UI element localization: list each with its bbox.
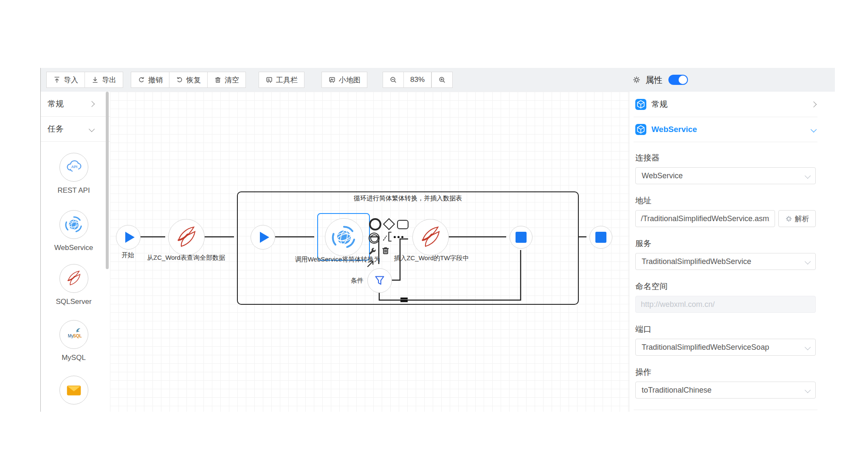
properties-toggle[interactable] bbox=[668, 75, 688, 85]
cube-icon bbox=[635, 99, 646, 110]
minimap-icon bbox=[328, 76, 336, 84]
query-node-label: 从ZC_Word表查询全部数据 bbox=[131, 254, 241, 262]
more-options-icon[interactable] bbox=[394, 236, 403, 238]
wrench-icon[interactable] bbox=[368, 247, 377, 256]
minimap-button[interactable]: 小地图 bbox=[321, 72, 367, 88]
zoom-level: 83% bbox=[403, 72, 431, 88]
palette-label: MySQL bbox=[41, 354, 107, 362]
start-node[interactable] bbox=[116, 225, 141, 250]
minimap-label: 小地图 bbox=[339, 75, 361, 85]
context-pad bbox=[366, 216, 410, 271]
address-input[interactable] bbox=[635, 210, 775, 227]
play-icon bbox=[125, 232, 135, 243]
palette-item-mysql[interactable]: MySQL bbox=[41, 320, 107, 362]
sidebar-section-general[interactable]: 常规 bbox=[41, 92, 110, 117]
flow-canvas[interactable]: 循环进行简体繁体转换，并插入数据表 bbox=[110, 92, 629, 412]
end-node[interactable] bbox=[589, 226, 612, 249]
zoom-group: 83% bbox=[383, 72, 453, 88]
address-row: 解析 bbox=[635, 210, 816, 227]
cube-icon bbox=[635, 124, 646, 135]
palette-item-sqlserver[interactable]: SQLServer bbox=[41, 264, 107, 306]
import-icon bbox=[53, 76, 61, 84]
connector-select[interactable]: WebService bbox=[635, 167, 816, 184]
palette-item-rest-api[interactable]: REST API bbox=[41, 153, 107, 195]
palette-label: WebService bbox=[41, 244, 107, 252]
panel-section-data-io[interactable]: 数据I/O bbox=[635, 410, 816, 412]
append-task-icon[interactable] bbox=[369, 218, 381, 230]
properties-panel: 常规 WebService 连接器 WebService 地址 解析 bbox=[629, 92, 835, 412]
redo-button[interactable]: 恢复 bbox=[169, 72, 208, 88]
export-button[interactable]: 导出 bbox=[85, 72, 123, 88]
chevron-down-icon bbox=[805, 344, 811, 350]
section-webservice-label: WebService bbox=[651, 125, 697, 134]
sidebar-section-task[interactable]: 任务 bbox=[41, 117, 110, 142]
delete-icon[interactable] bbox=[381, 246, 390, 255]
flow-designer: 导入 导出 撤销 恢复 清空 bbox=[40, 68, 835, 412]
inner-end-node[interactable] bbox=[510, 226, 533, 249]
properties-label: 属性 bbox=[645, 74, 662, 86]
namespace-label: 命名空间 bbox=[635, 281, 816, 292]
append-subprocess-icon[interactable] bbox=[397, 220, 409, 229]
undo-icon bbox=[138, 76, 145, 84]
mysql-icon bbox=[59, 320, 88, 349]
palette-item-email[interactable] bbox=[41, 376, 107, 405]
panel-section-general[interactable]: 常规 bbox=[635, 92, 816, 117]
toolbar-toggle-button[interactable]: 工具栏 bbox=[259, 72, 304, 88]
insert-node-label: 插入ZC_Word的TW字段中 bbox=[376, 254, 487, 262]
stop-square-icon bbox=[516, 232, 527, 243]
address-label: 地址 bbox=[635, 195, 816, 206]
clear-label: 清空 bbox=[225, 75, 239, 85]
email-icon bbox=[59, 376, 88, 405]
connector-value: WebService bbox=[642, 171, 683, 180]
zoom-in-icon bbox=[438, 76, 446, 84]
chevron-down-icon bbox=[811, 126, 817, 132]
import-export-group: 导入 导出 bbox=[46, 72, 123, 88]
port-label: 端口 bbox=[635, 324, 816, 335]
chevron-down-icon bbox=[89, 126, 95, 132]
toolbar-toggle-label: 工具栏 bbox=[276, 75, 298, 85]
export-icon bbox=[91, 76, 99, 84]
filter-funnel-icon bbox=[372, 273, 388, 289]
palette-item-webservice[interactable]: WebService bbox=[41, 210, 107, 252]
spark-icon bbox=[785, 215, 792, 222]
service-label: 服务 bbox=[635, 238, 816, 249]
panel-board-icon bbox=[265, 76, 273, 84]
parse-label: 解析 bbox=[795, 214, 809, 224]
node-palette-sidebar: 常规 任务 REST API WebService SQLServer bbox=[41, 92, 110, 412]
divider bbox=[634, 142, 817, 142]
query-sqlserver-node[interactable] bbox=[168, 219, 205, 256]
sidebar-scrollbar[interactable] bbox=[106, 92, 109, 269]
append-gateway-icon[interactable] bbox=[383, 218, 395, 230]
condition-filter-node[interactable] bbox=[367, 268, 392, 293]
service-select[interactable]: TraditionalSimplifiedWebService bbox=[635, 253, 816, 270]
text-annotation-icon[interactable] bbox=[383, 231, 393, 243]
toggle-knob bbox=[679, 76, 687, 84]
port-select[interactable]: TraditionalSimplifiedWebServiceSoap bbox=[635, 339, 816, 356]
zoom-in-button[interactable] bbox=[431, 72, 453, 88]
namespace-input bbox=[635, 296, 816, 313]
chevron-down-icon bbox=[805, 173, 811, 179]
sqlserver-icon bbox=[173, 224, 200, 251]
palette-label: SQLServer bbox=[41, 298, 107, 306]
append-end-event-icon[interactable] bbox=[369, 233, 380, 244]
panel-section-webservice[interactable]: WebService bbox=[635, 117, 816, 142]
webservice-globe-icon bbox=[59, 210, 88, 239]
insert-sqlserver-node[interactable] bbox=[412, 219, 449, 256]
operation-select[interactable]: toTraditionalChinese bbox=[635, 382, 816, 399]
export-label: 导出 bbox=[102, 75, 116, 85]
zoom-out-button[interactable] bbox=[383, 72, 404, 88]
import-button[interactable]: 导入 bbox=[46, 72, 85, 88]
clear-button[interactable]: 清空 bbox=[207, 72, 246, 88]
undo-button[interactable]: 撤销 bbox=[131, 72, 169, 88]
connector-label: 连接器 bbox=[635, 152, 816, 163]
connect-arrow-icon[interactable] bbox=[366, 258, 376, 269]
gear-icon bbox=[632, 75, 641, 84]
inner-start-node[interactable] bbox=[251, 225, 275, 250]
trash-icon bbox=[214, 76, 222, 84]
operation-value: toTraditionalChinese bbox=[642, 386, 711, 395]
undo-label: 撤销 bbox=[148, 75, 163, 85]
parse-button[interactable]: 解析 bbox=[778, 210, 816, 227]
webservice-node[interactable] bbox=[325, 218, 363, 256]
webservice-globe-icon bbox=[330, 224, 358, 251]
properties-header: 属性 bbox=[632, 68, 688, 92]
